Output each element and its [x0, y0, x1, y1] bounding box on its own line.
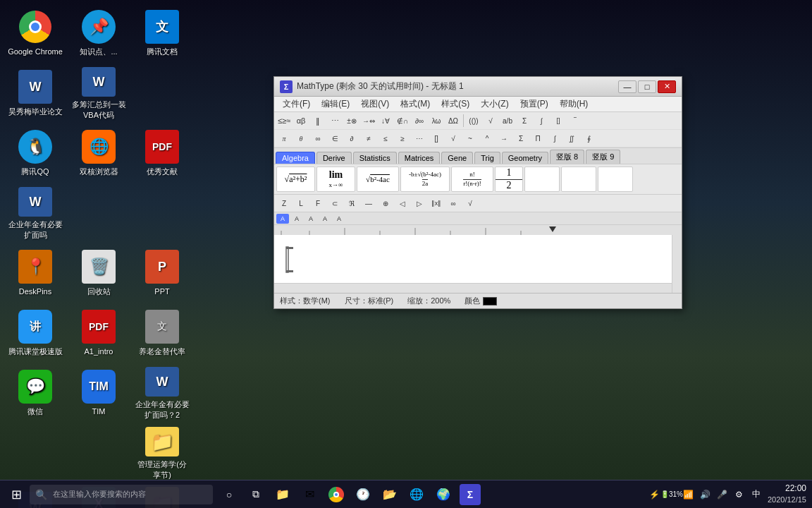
palette-empty3[interactable] [598, 167, 633, 192]
desktop-icon-guanli[interactable]: 📁 管理运筹学(分享节) [130, 423, 194, 483]
tb-neq[interactable]: ≠ [361, 131, 376, 145]
taskbar-icon-search[interactable]: ○ [219, 484, 240, 505]
clock[interactable]: 22:00 2020/12/15 [768, 483, 806, 505]
tb-dots[interactable]: ⋯ [327, 114, 343, 128]
tray-network[interactable]: 📶 [682, 488, 696, 502]
desktop-icon-qq[interactable]: 🐧 腾讯QQ [4, 123, 67, 183]
tb-fmt5[interactable]: A [333, 214, 345, 224]
taskbar-icon-globe[interactable]: 🌍 [433, 484, 454, 505]
minimize-button[interactable]: — [618, 80, 636, 93]
tb-bracket1[interactable]: [] [429, 131, 444, 145]
taskbar-icon-folder2[interactable]: 📂 [379, 484, 400, 505]
start-button[interactable]: ⊞ [6, 484, 27, 505]
tb-iint[interactable]: ∬ [564, 131, 579, 145]
tab-trig[interactable]: Trig [474, 152, 500, 164]
tray-ims[interactable]: ⚙ [732, 488, 746, 502]
tb-sqrt[interactable]: √ [483, 114, 498, 128]
tb-matrix[interactable]: [] [550, 114, 566, 128]
palette-sqrt-sum[interactable]: √a²+b² [276, 167, 315, 192]
tb-frac[interactable]: a/b [500, 114, 515, 128]
palette-quadratic[interactable]: -b±√(b²-4ac) 2a [400, 167, 450, 192]
tb-bar2[interactable]: ‾ [567, 114, 583, 128]
menu-style[interactable]: 样式(S) [436, 97, 475, 111]
desktop-icon-zhishidian[interactable]: 📌 知识点、... [67, 4, 130, 64]
tb-norm[interactable]: ‖x‖ [429, 196, 444, 210]
menu-view[interactable]: 视图(V) [355, 97, 395, 111]
tb-L[interactable]: L [293, 196, 309, 210]
tb-leq2[interactable]: ≤ [378, 131, 393, 145]
tb-in[interactable]: ∈ [327, 131, 343, 145]
tb-sqrt2[interactable]: √ [462, 196, 478, 210]
desktop-icon-nianjin2[interactable]: W 企业年金有必要扩面吗？2 [130, 363, 194, 423]
desktop-icon-a1[interactable]: PDF A1_intro [67, 303, 130, 363]
tray-power[interactable]: ⚡ [648, 488, 662, 502]
tab-shuban9[interactable]: 竖版 9 [586, 150, 620, 164]
tb-int2[interactable]: ∫ [547, 131, 562, 145]
tb-leq[interactable]: ≤≥≈ [276, 114, 292, 128]
desktop-icon-biyesun[interactable]: W 昊秀梅毕业论文 [4, 64, 67, 123]
tb-dots2[interactable]: ⋯ [412, 131, 427, 145]
editor-area[interactable] [274, 235, 682, 293]
tab-statistics[interactable]: Statistics [353, 152, 397, 164]
desktop-icon-nianjin[interactable]: W 企业年金有必要扩面吗 [4, 183, 67, 243]
tb-dash[interactable]: — [361, 196, 376, 210]
desktop-icon-wenxian[interactable]: PDF 优秀文献 [130, 123, 194, 183]
taskbar-icon-chrome2[interactable] [326, 484, 347, 505]
tb-ltri[interactable]: ◁ [395, 196, 410, 210]
tab-shuban8[interactable]: 竖版 8 [550, 150, 584, 164]
tb-down[interactable]: ↓∀ [378, 114, 393, 128]
tray-speaker[interactable]: 🔊 [699, 488, 713, 502]
desktop-icon-wechat[interactable]: 💬 微信 [4, 363, 67, 423]
tb-arrow[interactable]: αβ [293, 114, 309, 128]
tb-Z[interactable]: Z [276, 196, 292, 210]
menu-format[interactable]: 格式(M) [395, 97, 436, 111]
tb-bar[interactable]: ‖ [310, 114, 326, 128]
tb-R[interactable]: ℜ [344, 196, 359, 210]
tab-algebra[interactable]: Algebra [276, 152, 315, 164]
palette-empty2[interactable] [561, 167, 596, 192]
tray-lang[interactable]: 中 [749, 488, 763, 502]
desktop-icon-chrome[interactable]: Google Chrome [4, 4, 67, 64]
tb-fmt2[interactable]: A [290, 214, 303, 224]
tb-fmt3[interactable]: A [304, 214, 317, 224]
tb-hat[interactable]: ^ [479, 131, 495, 145]
tb-sum[interactable]: Σ [517, 114, 532, 128]
desktop-icon-tim[interactable]: TIM TIM [67, 363, 130, 423]
tb-int[interactable]: ∫ [534, 114, 549, 128]
tab-geometry[interactable]: Geometry [502, 152, 548, 164]
tb-partial[interactable]: ∂ [344, 131, 359, 145]
taskbar-icon-sigma[interactable]: Σ [460, 484, 481, 505]
tray-mic[interactable]: 🎤 [715, 488, 730, 502]
tb-pi[interactable]: π [276, 131, 292, 145]
tb-delta[interactable]: ΔΩ [445, 114, 461, 128]
scrollbar-horizontal[interactable] [274, 283, 672, 293]
tb-sum2[interactable]: Σ [513, 131, 529, 145]
menu-preset[interactable]: 预置(P) [515, 97, 554, 111]
tab-gene[interactable]: Gene [441, 152, 473, 164]
palette-empty1[interactable] [524, 167, 560, 192]
tb-fmt4[interactable]: A [319, 214, 331, 224]
tb-infty2[interactable]: ∞ [310, 131, 326, 145]
tb-geq2[interactable]: ≥ [395, 131, 410, 145]
taskbar-search[interactable]: 🔍 在这里输入你要搜索的内容 [30, 485, 213, 504]
menu-help[interactable]: 帮助(H) [554, 97, 594, 111]
tb-arrow2[interactable]: →⇔ [361, 114, 376, 128]
desktop-icon-yanglao[interactable]: 文 养老金替代率 [130, 303, 194, 363]
tb-lambda[interactable]: λω [429, 114, 444, 128]
tb-prod[interactable]: Π [530, 131, 546, 145]
desktop-icon-ppt[interactable]: P PPT [130, 243, 194, 303]
tb-oint[interactable]: ∮ [581, 131, 596, 145]
tb-subset[interactable]: ⊂ [327, 196, 343, 210]
tab-derive[interactable]: Derive [316, 152, 352, 164]
close-button[interactable]: ✕ [658, 80, 676, 93]
palette-combination[interactable]: n! r!(n-r)! [451, 167, 493, 192]
desktop-icon-duoshanhui[interactable]: W 多筹汇总到一装VBA代码 [67, 64, 130, 123]
menu-edit[interactable]: 编辑(E) [316, 97, 355, 111]
tb-theta[interactable]: θ [293, 131, 309, 145]
palette-lim[interactable]: lim x→∞ [316, 167, 355, 192]
taskbar-icon-clock-app[interactable]: 🕐 [352, 484, 374, 505]
palette-sqrt-disc[interactable]: √b²-4ac [357, 167, 399, 192]
desktop-icon-browser[interactable]: 🌐 双核浏览器 [67, 123, 130, 183]
menu-file[interactable]: 文件(F) [277, 97, 316, 111]
tb-notin[interactable]: ∉∩ [395, 114, 410, 128]
